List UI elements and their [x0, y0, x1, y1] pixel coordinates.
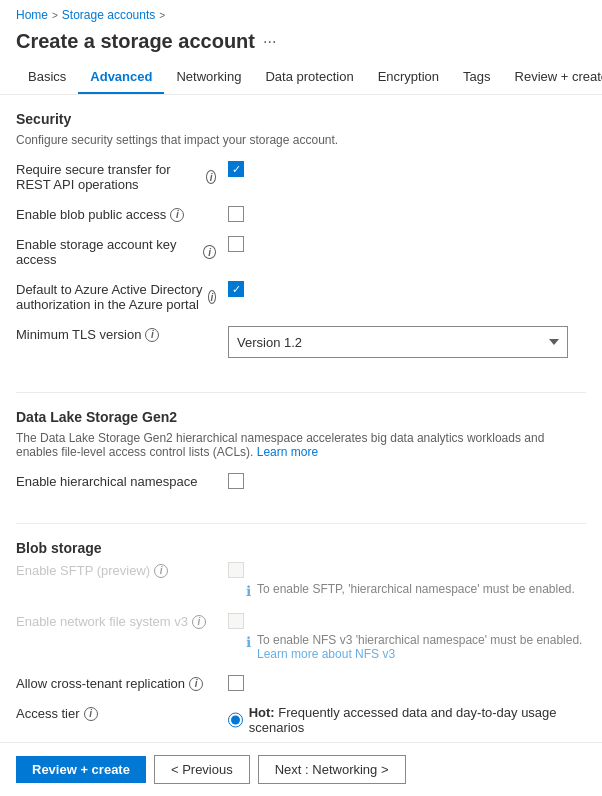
tab-bar: Basics Advanced Networking Data protecti… [0, 61, 602, 95]
blob-storage-title: Blob storage [16, 540, 586, 556]
tab-data-protection[interactable]: Data protection [253, 61, 365, 94]
security-section: Security Configure security settings tha… [16, 111, 586, 376]
datalake-learn-more-link[interactable]: Learn more [257, 445, 318, 459]
access-tier-hot-label: Hot: Frequently accessed data and day-to… [249, 705, 586, 735]
page-title: Create a storage account [16, 30, 255, 53]
sftp-checkbox [228, 562, 244, 578]
storage-key-access-row: Enable storage account key access i [16, 236, 586, 267]
main-content: Security Configure security settings tha… [0, 95, 602, 796]
nfs-checkbox [228, 613, 244, 629]
access-tier-info-icon[interactable]: i [84, 707, 98, 721]
hierarchical-namespace-row: Enable hierarchical namespace [16, 473, 586, 489]
access-tier-hot-row: Hot: Frequently accessed data and day-to… [228, 705, 586, 735]
security-title: Security [16, 111, 586, 127]
nfs-callout-icon: ℹ [246, 634, 251, 650]
storage-key-access-info-icon[interactable]: i [203, 245, 216, 259]
divider-2 [16, 523, 586, 524]
storage-key-access-control [228, 236, 586, 252]
cross-tenant-replication-checkbox[interactable] [228, 675, 244, 691]
breadcrumb-sep2: > [159, 10, 165, 21]
tls-version-select[interactable]: Version 1.0 Version 1.1 Version 1.2 [228, 326, 568, 358]
nfs-callout-text: To enable NFS v3 'hierarchical namespace… [257, 633, 586, 661]
require-secure-transfer-checkbox[interactable] [228, 161, 244, 177]
tls-version-info-icon[interactable]: i [145, 328, 159, 342]
sftp-info-icon[interactable]: i [154, 564, 168, 578]
datalake-section: Data Lake Storage Gen2 The Data Lake Sto… [16, 409, 586, 507]
tab-tags[interactable]: Tags [451, 61, 502, 94]
cross-tenant-replication-control [228, 675, 586, 691]
tab-basics[interactable]: Basics [16, 61, 78, 94]
tab-advanced[interactable]: Advanced [78, 61, 164, 94]
sftp-label: Enable SFTP (preview) i [16, 562, 216, 578]
require-secure-transfer-label: Require secure transfer for REST API ope… [16, 161, 216, 192]
breadcrumb: Home > Storage accounts > [0, 0, 602, 26]
azure-ad-auth-control [228, 281, 586, 297]
nfs-row: Enable network file system v3 i ℹ To ena… [16, 613, 586, 661]
nfs-label: Enable network file system v3 i [16, 613, 216, 629]
breadcrumb-storage[interactable]: Storage accounts [62, 8, 155, 22]
blob-public-access-control [228, 206, 586, 222]
footer: Review + create < Previous Next : Networ… [0, 742, 602, 796]
divider-1 [16, 392, 586, 393]
require-secure-transfer-control [228, 161, 586, 177]
tab-networking[interactable]: Networking [164, 61, 253, 94]
sftp-callout-icon: ℹ [246, 583, 251, 599]
datalake-title: Data Lake Storage Gen2 [16, 409, 586, 425]
next-button[interactable]: Next : Networking > [258, 755, 406, 784]
sftp-row: Enable SFTP (preview) i ℹ To enable SFTP… [16, 562, 586, 599]
sftp-callout: ℹ To enable SFTP, 'hierarchical namespac… [246, 582, 575, 599]
storage-key-access-checkbox[interactable] [228, 236, 244, 252]
more-options-icon[interactable]: ··· [263, 33, 276, 51]
azure-ad-auth-info-icon[interactable]: i [208, 290, 216, 304]
access-tier-label: Access tier i [16, 705, 216, 721]
tls-version-label: Minimum TLS version i [16, 326, 216, 342]
blob-public-access-checkbox[interactable] [228, 206, 244, 222]
azure-ad-auth-label: Default to Azure Active Directory author… [16, 281, 216, 312]
nfs-info-icon[interactable]: i [192, 615, 206, 629]
tab-review-create[interactable]: Review + create [503, 61, 602, 94]
nfs-learn-more-link[interactable]: Learn more about NFS v3 [257, 647, 395, 661]
breadcrumb-home[interactable]: Home [16, 8, 48, 22]
previous-button[interactable]: < Previous [154, 755, 250, 784]
blob-public-access-label: Enable blob public access i [16, 206, 216, 222]
storage-key-access-label: Enable storage account key access i [16, 236, 216, 267]
azure-ad-auth-checkbox[interactable] [228, 281, 244, 297]
cross-tenant-replication-row: Allow cross-tenant replication i [16, 675, 586, 691]
datalake-description: The Data Lake Storage Gen2 hierarchical … [16, 431, 586, 459]
cross-tenant-replication-label: Allow cross-tenant replication i [16, 675, 216, 691]
require-secure-transfer-row: Require secure transfer for REST API ope… [16, 161, 586, 192]
access-tier-hot-radio[interactable] [228, 712, 243, 728]
hierarchical-namespace-control [228, 473, 586, 489]
tab-encryption[interactable]: Encryption [366, 61, 451, 94]
security-description: Configure security settings that impact … [16, 133, 586, 147]
tls-version-row: Minimum TLS version i Version 1.0 Versio… [16, 326, 586, 358]
hierarchical-namespace-checkbox[interactable] [228, 473, 244, 489]
breadcrumb-sep1: > [52, 10, 58, 21]
azure-ad-auth-row: Default to Azure Active Directory author… [16, 281, 586, 312]
hierarchical-namespace-label: Enable hierarchical namespace [16, 473, 216, 489]
review-create-button[interactable]: Review + create [16, 756, 146, 783]
nfs-callout: ℹ To enable NFS v3 'hierarchical namespa… [246, 633, 586, 661]
blob-public-access-row: Enable blob public access i [16, 206, 586, 222]
tls-version-control: Version 1.0 Version 1.1 Version 1.2 [228, 326, 586, 358]
require-secure-transfer-info-icon[interactable]: i [206, 170, 216, 184]
nfs-control: ℹ To enable NFS v3 'hierarchical namespa… [228, 613, 586, 661]
sftp-control: ℹ To enable SFTP, 'hierarchical namespac… [228, 562, 586, 599]
blob-public-access-info-icon[interactable]: i [170, 208, 184, 222]
sftp-callout-text: To enable SFTP, 'hierarchical namespace'… [257, 582, 575, 596]
cross-tenant-replication-info-icon[interactable]: i [189, 677, 203, 691]
page-header: Create a storage account ··· [0, 26, 602, 61]
